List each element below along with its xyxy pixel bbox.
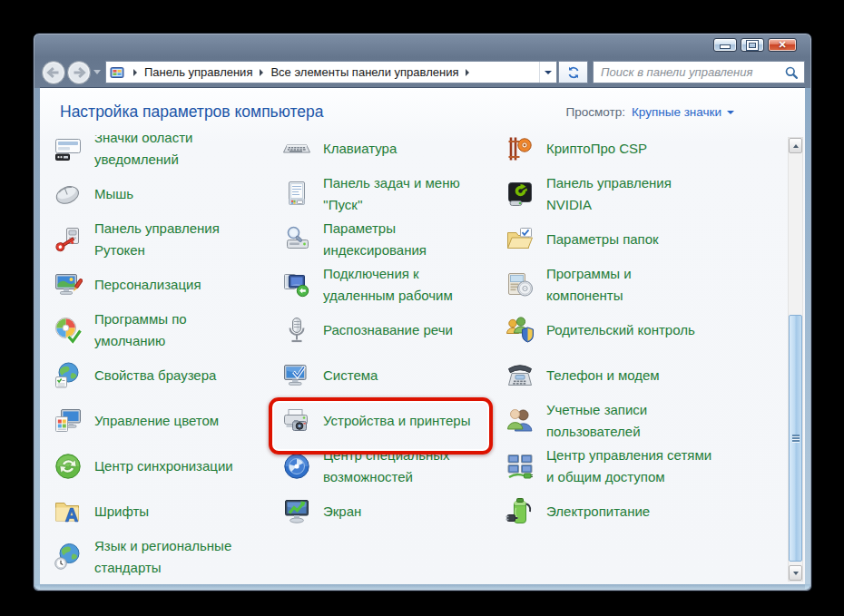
browser-properties-icon	[54, 361, 83, 390]
power-options-icon	[505, 497, 535, 526]
items-grid: Значки области уведомлений Клавиатура Кр…	[51, 135, 787, 580]
region-language-icon	[54, 543, 83, 572]
devices-printers-icon	[282, 406, 311, 435]
vertical-scrollbar[interactable]	[788, 137, 803, 582]
window-frame-edge	[34, 584, 810, 590]
view-mode-dropdown[interactable]: Крупные значки	[632, 105, 734, 119]
item-user-accounts[interactable]: Учетные записи пользователей	[503, 398, 775, 444]
fonts-folder-icon	[54, 497, 83, 526]
item-programs-features[interactable]: Программы и компоненты	[503, 262, 775, 308]
triangle-up-icon	[793, 144, 799, 148]
item-rutoken[interactable]: Панель управления Рутокен	[51, 217, 280, 262]
rutoken-icon	[54, 225, 83, 254]
display-icon	[282, 497, 311, 526]
item-parental-controls[interactable]: Родительский контроль	[503, 308, 775, 353]
item-phone-modem[interactable]: Телефон и модем	[503, 353, 775, 398]
minimize-icon	[720, 44, 731, 49]
taskbar-start-menu-icon	[282, 180, 311, 209]
network-center-icon	[505, 452, 535, 481]
remote-desktop-icon	[282, 270, 311, 299]
control-panel-icon	[110, 65, 124, 80]
view-selector: Просмотр: Крупные значки	[566, 105, 734, 119]
minimize-button[interactable]	[713, 38, 737, 52]
scrollbar-grip-icon	[792, 435, 800, 442]
user-accounts-icon	[505, 406, 535, 435]
address-bar[interactable]: Панель управления Все элементы панели уп…	[105, 61, 557, 83]
item-display[interactable]: Экран	[280, 489, 503, 534]
indexing-options-icon	[282, 225, 311, 254]
item-system[interactable]: Система	[280, 353, 503, 398]
item-fonts-folder[interactable]: Шрифты	[51, 489, 280, 534]
item-browser-properties[interactable]: Свойства браузера	[51, 353, 280, 398]
item-keyboard[interactable]: Клавиатура	[280, 135, 503, 171]
item-devices-printers[interactable]: Устройства и принтеры	[280, 398, 503, 444]
window-frame-edge	[805, 88, 810, 589]
close-button[interactable]: ✕	[768, 38, 797, 52]
item-power-options[interactable]: Электропитание	[503, 489, 775, 534]
address-dropdown-button[interactable]	[539, 62, 556, 83]
items-viewport: Значки области уведомлений Клавиатура Кр…	[40, 135, 787, 582]
maximize-icon	[747, 41, 758, 50]
view-label: Просмотр:	[566, 105, 625, 119]
system-icon	[282, 361, 311, 390]
item-speech-recognition[interactable]: Распознавание речи	[280, 308, 503, 353]
control-panel-window: ✕ Панель управления Все элементы панели …	[33, 33, 812, 592]
cryptopro-icon	[505, 135, 535, 163]
item-ease-of-access[interactable]: Центр специальных возможностей	[280, 444, 503, 489]
breadcrumb-arrow-icon	[260, 69, 263, 76]
keyboard-icon	[282, 135, 311, 163]
scrollbar-thumb[interactable]	[789, 315, 802, 562]
folder-options-icon	[505, 225, 535, 254]
triangle-down-icon	[793, 572, 799, 575]
page-header: Настройка параметров компьютера Просмотр…	[40, 88, 805, 135]
navigation-bar: Панель управления Все элементы панели уп…	[40, 57, 805, 88]
search-box	[593, 61, 805, 83]
item-folder-options[interactable]: Параметры папок	[503, 217, 775, 262]
speech-recognition-icon	[282, 316, 311, 345]
chevron-down-icon	[545, 71, 552, 74]
item-default-programs[interactable]: Программы по умолчанию	[51, 308, 280, 353]
forward-button[interactable]	[66, 60, 92, 85]
scroll-down-button[interactable]	[789, 565, 802, 581]
breadcrumb-arrow-icon	[466, 69, 469, 76]
refresh-button[interactable]	[558, 61, 588, 83]
default-programs-icon	[54, 316, 83, 345]
breadcrumb-control-panel[interactable]: Панель управления	[144, 65, 252, 79]
tray-icons-icon	[54, 135, 83, 163]
item-indexing-options[interactable]: Параметры индексирования	[280, 217, 503, 262]
back-arrow-icon	[41, 60, 66, 85]
item-personalization[interactable]: Персонализация	[51, 262, 280, 308]
back-button[interactable]	[41, 60, 66, 85]
page-title: Настройка параметров компьютера	[60, 103, 323, 122]
item-mouse[interactable]: Мышь	[51, 171, 280, 217]
item-nvidia[interactable]: Панель управления NVIDIA	[503, 171, 775, 217]
chevron-down-icon	[727, 111, 734, 114]
personalization-icon	[54, 270, 83, 299]
color-management-icon	[54, 406, 83, 435]
item-tray-icons[interactable]: Значки области уведомлений	[51, 135, 280, 171]
magnifier-icon[interactable]	[784, 65, 799, 80]
client-area: Настройка параметров компьютера Просмотр…	[40, 88, 805, 584]
item-color-management[interactable]: Управление цветом	[51, 398, 280, 444]
maximize-button[interactable]	[741, 38, 764, 52]
item-remote-desktop[interactable]: Подключения к удаленным рабочим	[280, 262, 503, 308]
refresh-icon	[566, 65, 581, 80]
item-cryptopro[interactable]: КриптоПро CSP	[503, 135, 775, 171]
breadcrumb-all-items[interactable]: Все элементы панели управления	[270, 65, 458, 79]
ease-of-access-icon	[282, 452, 311, 481]
scroll-up-button[interactable]	[789, 138, 802, 153]
search-input[interactable]	[599, 64, 784, 80]
forward-arrow-icon	[66, 60, 92, 85]
parental-controls-icon	[505, 316, 535, 345]
sync-center-icon	[54, 452, 83, 481]
caption-buttons: ✕	[713, 38, 797, 52]
phone-modem-icon	[505, 361, 535, 390]
item-taskbar-start-menu[interactable]: Панель задач и меню ''Пуск''	[280, 171, 503, 217]
programs-features-icon	[505, 270, 535, 299]
close-icon: ✕	[778, 40, 786, 50]
item-region-language[interactable]: Язык и региональные стандарты	[51, 534, 280, 580]
recent-pages-chevron-icon[interactable]	[93, 70, 101, 74]
item-sync-center[interactable]: Центр синхронизации	[51, 444, 280, 489]
item-network-center[interactable]: Центр управления сетями и общим доступом	[503, 444, 775, 489]
mouse-icon	[54, 180, 83, 209]
